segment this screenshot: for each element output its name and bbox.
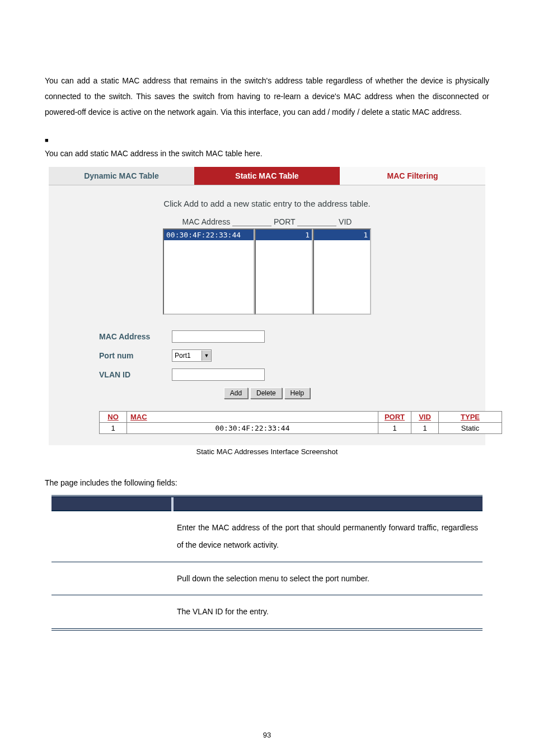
mac-list-item[interactable]: 00:30:4F:22:33:44	[164, 230, 254, 240]
th-mac[interactable]: MAC	[127, 412, 378, 423]
field-row-mac: Enter the MAC address of the port that s…	[51, 511, 483, 562]
vid-listbox[interactable]: 1	[313, 228, 371, 315]
fields-table: Enter the MAC address of the port that s…	[51, 495, 483, 631]
chevron-down-icon: ▼	[202, 351, 211, 361]
port-select[interactable]: Port1 ▼	[172, 349, 212, 362]
field-desc-port: Pull down the selection menu to select t…	[172, 562, 483, 595]
port-label: Port num	[99, 351, 172, 360]
th-vid[interactable]: VID	[411, 412, 439, 423]
column-headers: MAC Address PORT VID	[99, 217, 435, 226]
page-number: 93	[0, 731, 534, 739]
screenshot: Dynamic MAC Table Static MAC Table MAC F…	[49, 167, 485, 445]
head-vid: VID	[339, 217, 352, 226]
mac-label: MAC Address	[99, 332, 172, 341]
add-button[interactable]: Add	[224, 388, 248, 399]
th-no[interactable]: NO	[100, 412, 127, 423]
delete-button[interactable]: Delete	[250, 388, 282, 399]
tab-filter[interactable]: MAC Filtering	[340, 167, 485, 185]
th-port[interactable]: PORT	[378, 412, 411, 423]
intro-paragraph: You can add a static MAC address that re…	[45, 73, 489, 120]
listbox-row: 00:30:4F:22:33:44 1 1	[99, 228, 435, 315]
port-listbox[interactable]: 1	[255, 228, 313, 315]
fields-header-row	[51, 496, 483, 511]
help-button[interactable]: Help	[284, 388, 311, 399]
vlan-input[interactable]	[172, 368, 265, 381]
tab-bar: Dynamic MAC Table Static MAC Table MAC F…	[49, 167, 485, 185]
cell-type: Static	[439, 423, 502, 434]
result-table: NO MAC PORT VID TYPE 1 00:30:4F:22:33:44…	[99, 411, 502, 434]
vlan-label: VLAN ID	[99, 370, 172, 379]
intro2: You can add static MAC address in the sw…	[45, 146, 489, 161]
th-type[interactable]: TYPE	[439, 412, 502, 423]
cell-port: 1	[378, 423, 411, 434]
field-desc-vlan: The VLAN ID for the entry.	[172, 595, 483, 629]
fields-intro: The page includes the following fields:	[45, 478, 489, 487]
vid-list-item[interactable]: 1	[314, 230, 370, 240]
mac-input[interactable]	[172, 330, 265, 343]
table-row: 1 00:30:4F:22:33:44 1 1 Static	[100, 423, 502, 434]
cell-mac: 00:30:4F:22:33:44	[127, 423, 378, 434]
head-mac: MAC Address	[182, 217, 231, 226]
panel-instruction: Click Add to add a new static entry to t…	[99, 199, 435, 208]
head-port: PORT	[274, 217, 295, 226]
port-select-value: Port1	[172, 352, 202, 360]
cell-no: 1	[100, 423, 127, 434]
tab-static[interactable]: Static MAC Table	[194, 167, 340, 185]
mac-listbox[interactable]: 00:30:4F:22:33:44	[163, 228, 255, 315]
tab-dynamic[interactable]: Dynamic MAC Table	[49, 167, 194, 185]
cell-vid: 1	[411, 423, 439, 434]
field-desc-mac: Enter the MAC address of the port that s…	[172, 511, 483, 562]
screenshot-caption: Static MAC Addresses Interface Screensho…	[45, 447, 489, 456]
field-row-vlan: The VLAN ID for the entry.	[51, 595, 483, 629]
port-list-item[interactable]: 1	[256, 230, 312, 240]
field-row-port: Pull down the selection menu to select t…	[51, 562, 483, 595]
bullet: ■	[45, 137, 489, 143]
